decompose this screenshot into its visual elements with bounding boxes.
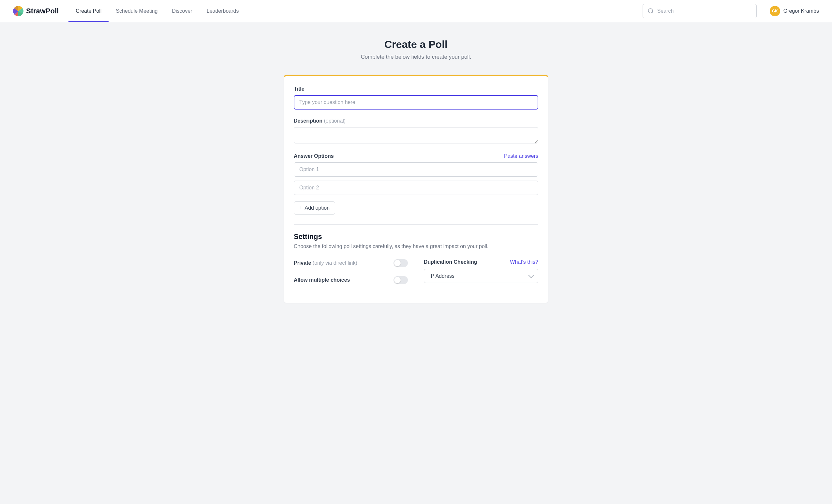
description-group: Description (optional) — [294, 118, 538, 145]
nav-discover[interactable]: Discover — [165, 0, 200, 22]
nav-schedule-meeting[interactable]: Schedule Meeting — [109, 0, 165, 22]
duplication-select[interactable]: IP Address — [424, 269, 538, 283]
brand-name: StrawPoll — [26, 7, 59, 15]
nav: Create Poll Schedule Meeting Discover Le… — [69, 0, 246, 22]
search-box[interactable] — [643, 4, 757, 18]
private-setting: Private (only via direct link) — [294, 259, 408, 267]
nav-create-poll[interactable]: Create Poll — [69, 0, 109, 22]
private-label: Private (only via direct link) — [294, 260, 357, 266]
settings-subtitle: Choose the following poll settings caref… — [294, 243, 538, 249]
option-2-input[interactable] — [294, 181, 538, 195]
title-group: Title — [294, 86, 538, 109]
page-subtitle: Complete the below fields to create your… — [284, 54, 548, 60]
svg-line-1 — [652, 12, 653, 14]
page-title: Create a Poll — [284, 38, 548, 51]
paste-answers-link[interactable]: Paste answers — [504, 153, 538, 159]
add-option-button[interactable]: + Add option — [294, 202, 335, 214]
options-group: Answer Options Paste answers + Add optio… — [294, 153, 538, 214]
options-header: Answer Options Paste answers — [294, 153, 538, 159]
duplication-label: Duplication Checking — [424, 259, 477, 265]
description-input[interactable] — [294, 127, 538, 143]
option-row-2 — [294, 181, 538, 195]
settings-right: Duplication Checking What's this? IP Add… — [416, 259, 538, 293]
duplication-header: Duplication Checking What's this? — [424, 259, 538, 265]
avatar: GK — [770, 6, 780, 16]
search-icon — [648, 8, 654, 14]
settings-grid: Private (only via direct link) Allow mul… — [294, 259, 538, 293]
description-label: Description (optional) — [294, 118, 538, 124]
title-label: Title — [294, 86, 538, 92]
private-toggle[interactable] — [393, 259, 408, 267]
duplication-select-wrapper: IP Address — [424, 269, 538, 283]
multiple-label: Allow multiple choices — [294, 277, 350, 283]
user-menu[interactable]: GK Gregor Krambs — [770, 6, 819, 16]
title-input[interactable] — [294, 95, 538, 109]
option-1-input[interactable] — [294, 162, 538, 177]
search-input[interactable] — [657, 8, 752, 14]
logo-icon — [13, 6, 24, 16]
user-name: Gregor Krambs — [783, 8, 819, 14]
options-label: Answer Options — [294, 153, 334, 159]
option-row-1 — [294, 162, 538, 177]
main: Create a Poll Complete the below fields … — [284, 22, 548, 319]
settings-left: Private (only via direct link) Allow mul… — [294, 259, 416, 293]
multiple-toggle[interactable] — [393, 276, 408, 284]
whats-this-link[interactable]: What's this? — [510, 259, 538, 265]
svg-point-0 — [648, 8, 652, 13]
header: StrawPoll Create Poll Schedule Meeting D… — [0, 0, 832, 22]
divider — [294, 224, 538, 224]
form-card: Title Description (optional) Answer Opti… — [284, 75, 548, 303]
multiple-setting: Allow multiple choices — [294, 276, 408, 284]
logo[interactable]: StrawPoll — [13, 6, 59, 16]
nav-leaderboards[interactable]: Leaderboards — [200, 0, 246, 22]
settings-title: Settings — [294, 233, 538, 241]
plus-icon: + — [299, 205, 303, 211]
